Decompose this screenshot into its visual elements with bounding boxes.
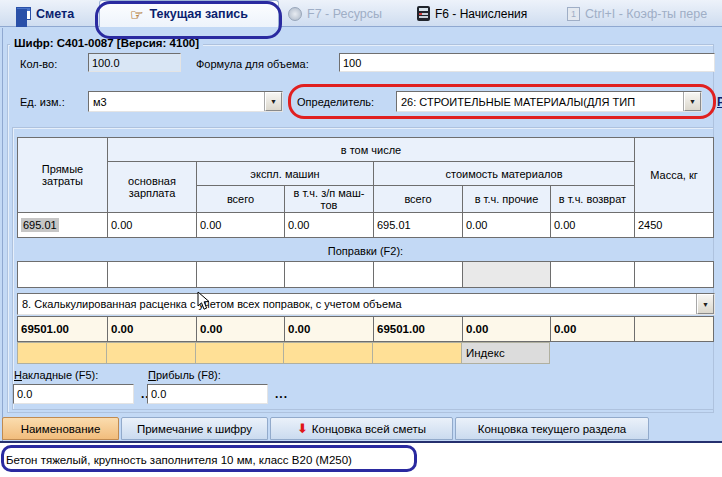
bottom-tab-ending-section[interactable]: Концовка текущего раздела: [455, 417, 649, 440]
cost-cell-direct[interactable]: 695.01: [18, 213, 108, 238]
index-label: Индекс: [462, 342, 550, 364]
calc-cell-machines-salary[interactable]: 0.00: [285, 317, 374, 342]
tab-smeta-label: Смета: [36, 7, 74, 21]
calc-mode-combobox[interactable]: 8. Скалькулированная расценка с учетом в…: [17, 293, 715, 315]
calc-cell-salary[interactable]: 0.00: [108, 317, 197, 342]
header-base-salary: основная зарплата: [108, 162, 197, 213]
chevron-down-icon[interactable]: ▼: [265, 92, 282, 111]
profit-browse-button[interactable]: ...: [275, 387, 288, 401]
bottom-tab-name-label: Наименование: [21, 423, 101, 435]
determiner-value: 26: СТРОИТЕЛЬНЫЕ МАТЕРИАЛЫ(ДЛЯ ТИП: [397, 96, 684, 108]
calc-cell-materials-return[interactable]: 0.00: [551, 317, 635, 342]
tab-current-record-label: Текущая запись: [149, 7, 247, 21]
table-icon: [16, 7, 31, 20]
bottom-tab-name[interactable]: Наименование: [2, 417, 119, 440]
header-materials-return: в т.ч. возврат: [551, 186, 635, 213]
cost-cell-salary[interactable]: 0.00: [108, 213, 197, 238]
unit-value: м3: [89, 96, 265, 108]
index-cell[interactable]: [107, 342, 196, 364]
profit-label: Прибыль (F8):: [148, 369, 221, 381]
tab-smeta[interactable]: Смета: [16, 0, 74, 27]
adjustment-cell[interactable]: [197, 262, 285, 288]
index-row: Индекс: [17, 342, 550, 364]
adjustment-cell[interactable]: [108, 262, 197, 288]
determiner-label: Определитель:: [297, 96, 374, 108]
bottom-tab-note-label: Примечание к шифру: [137, 423, 252, 435]
bottom-tab-ending-section-label: Концовка текущего раздела: [478, 423, 627, 435]
cost-cell-materials-return[interactable]: 0.00: [551, 213, 635, 238]
coefficients-icon: [567, 7, 580, 21]
cost-cell-mass[interactable]: 2450: [635, 213, 714, 238]
chevron-down-icon[interactable]: ▼: [697, 294, 714, 314]
index-cell[interactable]: [17, 342, 107, 364]
calc-cell-direct[interactable]: 69501.00: [18, 317, 108, 342]
qty-label: Кол-во:: [20, 58, 57, 70]
cost-cell-machines-total[interactable]: 0.00: [197, 213, 285, 238]
header-materials: стоимость материалов: [374, 162, 635, 186]
calc-cell-materials-total[interactable]: 69501.00: [374, 317, 463, 342]
unit-label: Ед. изм.:: [20, 96, 65, 108]
overheads-input[interactable]: [13, 384, 134, 404]
tab-f6-charges[interactable]: F6 - Начисления: [417, 0, 527, 27]
description-area[interactable]: Бетон тяжелый, крупность заполнителя 10 …: [0, 441, 722, 477]
calc-mode-value: 8. Скалькулированная расценка с учетом в…: [18, 298, 697, 310]
red-down-arrow-icon: ⬇: [297, 424, 308, 434]
calc-cell-materials-other[interactable]: 0.00: [463, 317, 551, 342]
selected-cell-value: 695.01: [21, 218, 59, 232]
header-machines-salary: в т.ч. з/п маш-тов: [285, 186, 374, 213]
top-tab-bar: Смета ☞ Текущая запись F7 - Ресурсы F6 -…: [0, 0, 722, 27]
bottom-tab-ending-all[interactable]: ⬇ Концовка всей сметы: [270, 417, 453, 440]
adjustment-cell[interactable]: [374, 262, 463, 288]
cost-table: Прямые затраты в том числе Масса, кг осн…: [17, 137, 714, 238]
calculator-icon: [417, 6, 430, 21]
header-materials-other: в т.ч. прочие: [463, 186, 551, 213]
header-machines: экспл. машин: [197, 162, 374, 186]
header-machines-total: всего: [197, 186, 285, 213]
tab-f6-label: F6 - Начисления: [435, 7, 527, 21]
calc-cell-mass[interactable]: [635, 317, 714, 342]
adjustments-label: Поправки (F2):: [17, 245, 714, 257]
unit-combobox[interactable]: м3 ▼: [88, 91, 283, 112]
record-code-title: Шифр: С401-0087 [Версия: 4100]: [10, 37, 203, 49]
bottom-tab-ending-all-label: Концовка всей сметы: [312, 423, 426, 435]
adjustment-cell[interactable]: [635, 262, 714, 288]
cost-cell-machines-salary[interactable]: 0.00: [285, 213, 374, 238]
overheads-label: Накладные (F5):: [14, 369, 98, 381]
pointing-hand-icon: ☞: [130, 8, 143, 21]
cost-cell-materials-total[interactable]: 695.01: [374, 213, 463, 238]
index-cell[interactable]: [284, 342, 373, 364]
index-cell[interactable]: [373, 342, 462, 364]
adjustment-cell[interactable]: [18, 262, 108, 288]
tab-f7-label: F7 - Ресурсы: [307, 7, 382, 21]
header-including: в том числе: [108, 138, 635, 162]
cost-cell-materials-other[interactable]: 0.00: [463, 213, 551, 238]
tab-ctrl-i-coefficients[interactable]: Ctrl+I - Коэф-ты пере: [567, 0, 707, 27]
estimate-record-window: Смета ☞ Текущая запись F7 - Ресурсы F6 -…: [0, 0, 722, 477]
formula-input[interactable]: [339, 53, 715, 72]
adjustment-cell[interactable]: [285, 262, 374, 288]
formula-label: Формула для объема:: [196, 58, 309, 70]
profit-input[interactable]: [147, 384, 268, 404]
header-materials-total: всего: [374, 186, 463, 213]
tab-f7-resources[interactable]: F7 - Ресурсы: [288, 0, 382, 27]
header-direct-costs: Прямые затраты: [18, 138, 108, 213]
index-cell[interactable]: [196, 342, 284, 364]
adjustments-row: [17, 261, 714, 288]
adjustment-cell[interactable]: [551, 262, 635, 288]
tab-current-record[interactable]: ☞ Текущая запись: [99, 0, 279, 27]
adjustment-cell-disabled: [463, 262, 551, 288]
calc-totals-row: 69501.00 0.00 0.00 0.00 69501.00 0.00 0.…: [17, 316, 714, 342]
material-description: Бетон тяжелый, крупность заполнителя 10 …: [6, 454, 352, 466]
qty-input[interactable]: [88, 53, 181, 72]
clipped-right-text: Р: [717, 95, 722, 109]
bottom-tab-note[interactable]: Примечание к шифру: [121, 417, 268, 440]
resources-icon: [288, 7, 302, 21]
left-edge-line: [2, 28, 3, 477]
tab-ctrl-i-label: Ctrl+I - Коэф-ты пере: [585, 7, 707, 21]
calc-cell-machines-total[interactable]: 0.00: [197, 317, 285, 342]
header-mass: Масса, кг: [635, 138, 714, 213]
determiner-combobox[interactable]: 26: СТРОИТЕЛЬНЫЕ МАТЕРИАЛЫ(ДЛЯ ТИП ▼: [396, 91, 702, 112]
chevron-down-icon[interactable]: ▼: [684, 92, 701, 111]
